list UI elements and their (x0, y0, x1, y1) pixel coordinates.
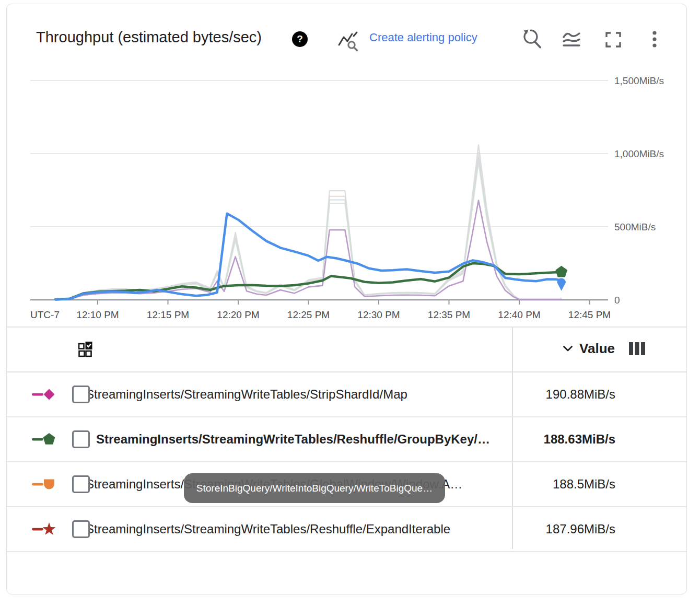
sort-chevron-down-icon[interactable] (563, 345, 573, 352)
series-end-pentagon-icon (555, 266, 567, 277)
y-axis-tick-label: 1,500MiB/s (614, 75, 664, 86)
series-value: 188.63MiB/s (544, 417, 615, 461)
series-marker-diamond-icon (32, 386, 57, 403)
y-axis-tick-label: 0 (614, 295, 620, 306)
x-axis-tick-label: 12:25 PM (287, 309, 330, 320)
value-column-header: Value (563, 341, 645, 357)
series-marker-star-icon (32, 521, 57, 538)
y-axis-tick-label: 500MiB/s (614, 221, 656, 232)
legend-select-icon[interactable] (78, 341, 92, 358)
legend-row[interactable]: StreamingInserts/StreamingWriteTables/Re… (7, 507, 686, 552)
ghost-series-line (55, 153, 561, 299)
x-axis-tick-label: 12:40 PM (498, 309, 540, 320)
value-header-label[interactable]: Value (579, 341, 615, 357)
ghost-series-line (55, 145, 561, 299)
legend-table: StreamingInserts/StreamingWriteTables/St… (7, 372, 686, 552)
series-value: 187.96MiB/s (546, 507, 615, 551)
series-label: StreamingInserts/StreamingWriteTables/Re… (96, 432, 490, 447)
series-value: 190.88MiB/s (546, 372, 615, 416)
x-axis-tick-label: 12:20 PM (217, 309, 259, 320)
series-end-drop-icon (557, 278, 566, 290)
x-axis-tick-label: 12:15 PM (147, 309, 189, 320)
series-checkbox[interactable] (72, 520, 90, 538)
timezone-label: UTC-7 (30, 309, 60, 320)
x-axis-tick-label: 12:45 PM (568, 309, 611, 320)
series-line-purple (55, 201, 561, 300)
series-marker-pentagon-icon (32, 431, 57, 448)
table-top-divider (7, 326, 686, 328)
series-checkbox[interactable] (72, 475, 90, 493)
legend-row[interactable]: StreamingInserts/StreamingWriteTables/Re… (7, 417, 686, 462)
series-checkbox[interactable] (72, 430, 90, 448)
columns-icon[interactable] (629, 342, 645, 355)
series-marker-shield-icon (32, 476, 57, 493)
x-axis-tick-label: 12:35 PM (428, 309, 470, 320)
series-value: 188.5MiB/s (553, 462, 615, 506)
y-axis-tick-label: 1,000MiB/s (614, 148, 664, 159)
ghost-series-line (55, 158, 561, 300)
series-label: StreamingInserts/StreamingWriteTables/Re… (86, 522, 450, 536)
x-axis-tick-label: 12:10 PM (76, 309, 119, 320)
legend-row[interactable]: StreamingInserts/StreamingWriteTables/St… (7, 372, 686, 417)
series-checkbox[interactable] (72, 386, 90, 403)
series-label: StreamingInserts/StreamingWriteTables/St… (86, 387, 407, 402)
x-axis-tick-label: 12:30 PM (357, 309, 400, 320)
chart-card: Throughput (estimated bytes/sec) ? Creat… (6, 4, 687, 594)
legend-tooltip: StoreInBigQuery/WriteIntoBigQuery/WriteT… (184, 473, 445, 503)
ghost-series-line (55, 162, 561, 299)
